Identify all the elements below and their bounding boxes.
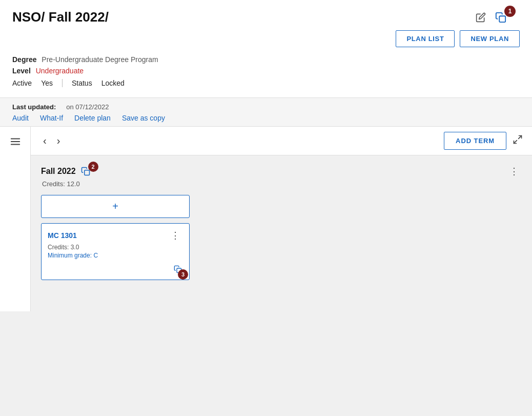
nav-arrows: ‹ ›	[40, 134, 63, 148]
course-card-footer: 3	[48, 264, 183, 274]
term-header: Fall 2022 2 ⋮	[41, 165, 522, 178]
badge-1: 1	[504, 6, 516, 17]
course-card-header: MC 1301 ⋮	[48, 229, 183, 242]
course-grade: Minimum grade: C	[48, 252, 183, 259]
course-grade-label: Minimum grade:	[48, 252, 92, 259]
badge-2: 2	[88, 162, 98, 172]
level-label: Level	[12, 67, 31, 75]
term-copy-badge-wrap: 2	[80, 166, 101, 177]
credits-label: Credits:	[42, 180, 65, 188]
edit-icon-button[interactable]	[474, 10, 488, 25]
add-course-button[interactable]: +	[41, 195, 190, 218]
course-credits-label: Credits:	[48, 244, 69, 251]
add-term-button[interactable]: ADD TERM	[444, 132, 506, 150]
last-updated-row: Last updated: on 07/12/2022	[12, 103, 520, 111]
header-icons: 1	[474, 10, 520, 25]
middle-bar: Last updated: on 07/12/2022 Audit What-I…	[0, 98, 532, 127]
status-divider	[62, 79, 63, 87]
status-label: Status	[72, 79, 92, 87]
term-section: Fall 2022 2 ⋮ Credits: 12.0	[31, 155, 532, 289]
level-row: Level Undergraduate	[12, 67, 520, 75]
credits-value: 12.0	[67, 180, 79, 188]
course-credits: Credits: 3.0	[48, 244, 183, 251]
term-credits: Credits: 12.0	[42, 180, 522, 188]
content-toolbar-right: ADD TERM	[444, 132, 523, 150]
content-toolbar: ‹ › ADD TERM	[31, 127, 532, 155]
prev-arrow-button[interactable]: ‹	[40, 134, 50, 148]
svg-line-5	[514, 141, 517, 144]
plan-list-button[interactable]: PLAN LIST	[396, 30, 455, 47]
pencil-icon	[476, 12, 486, 23]
expand-icon-button[interactable]	[513, 134, 523, 147]
new-plan-button[interactable]: NEW PLAN	[460, 30, 520, 47]
active-label: Active	[12, 79, 32, 87]
degree-label: Degree	[12, 55, 36, 64]
term-menu-button[interactable]: ⋮	[506, 165, 522, 178]
delete-plan-link[interactable]: Delete plan	[74, 114, 111, 122]
plan-title: NSO/ Fall 2022/	[12, 9, 109, 25]
svg-rect-0	[499, 16, 505, 22]
action-links: Audit What-If Delete plan Save as copy	[12, 114, 520, 122]
course-menu-button[interactable]: ⋮	[168, 229, 183, 242]
save-as-copy-link[interactable]: Save as copy	[122, 114, 165, 122]
content-col: ‹ › ADD TERM Fall	[31, 127, 532, 311]
expand-icon	[513, 134, 523, 145]
active-value: Yes	[41, 79, 53, 87]
top-card: NSO/ Fall 2022/ 1 PLAN LIST	[0, 0, 532, 98]
course-credits-value: 3.0	[71, 244, 79, 251]
svg-rect-6	[84, 170, 89, 175]
term-name: Fall 2022	[41, 167, 76, 176]
plus-icon: +	[112, 201, 118, 212]
hamburger-icon	[10, 136, 21, 147]
svg-line-4	[519, 136, 522, 139]
status-value: Locked	[101, 79, 125, 87]
top-actions: PLAN LIST NEW PLAN	[12, 30, 520, 47]
last-updated-date: on 07/12/2022	[66, 103, 109, 111]
course-name: MC 1301	[48, 231, 77, 240]
whatif-link[interactable]: What-If	[40, 114, 63, 122]
degree-row: Degree Pre-Undergraduate Degree Program	[12, 55, 520, 64]
status-row: Active Yes Status Locked	[12, 79, 520, 87]
menu-button[interactable]	[10, 136, 21, 150]
badge-3: 3	[178, 269, 188, 280]
main-area: ‹ › ADD TERM Fall	[0, 127, 532, 311]
next-arrow-button[interactable]: ›	[54, 134, 64, 148]
copy-with-badge: 1	[493, 10, 520, 25]
level-value: Undergraduate	[36, 67, 84, 75]
audit-link[interactable]: Audit	[12, 114, 29, 122]
course-grade-value: C	[93, 252, 98, 259]
term-title-row: Fall 2022 2	[41, 166, 101, 177]
sidebar-col	[0, 127, 31, 311]
course-card: MC 1301 ⋮ Credits: 3.0 Minimum grade: C	[41, 223, 190, 280]
last-updated-label: Last updated:	[12, 103, 56, 111]
degree-value: Pre-Undergraduate Degree Program	[42, 55, 158, 64]
